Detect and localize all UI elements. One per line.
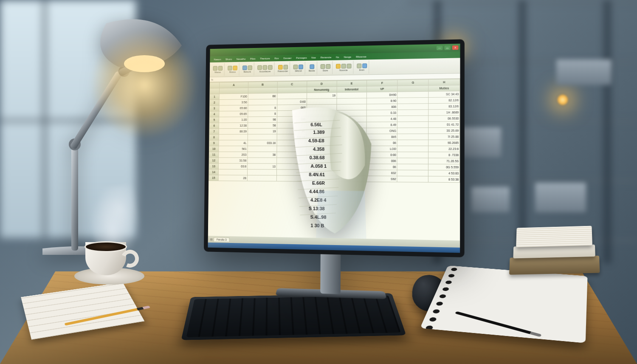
column-header[interactable]: B bbox=[248, 82, 277, 88]
column-header[interactable]: H bbox=[428, 79, 460, 85]
cell[interactable]: 033.16 bbox=[248, 140, 277, 146]
cell[interactable] bbox=[277, 140, 307, 146]
cell[interactable] bbox=[247, 175, 276, 181]
cell[interactable] bbox=[277, 122, 307, 128]
cell[interactable] bbox=[248, 99, 277, 105]
cell[interactable]: 19 bbox=[248, 128, 277, 134]
row-header[interactable]: 12 bbox=[209, 158, 219, 164]
cell[interactable] bbox=[336, 170, 366, 176]
cell[interactable]: 8 bbox=[248, 111, 277, 117]
cell[interactable] bbox=[397, 152, 428, 158]
cell[interactable]: 98 bbox=[248, 116, 277, 122]
cell[interactable] bbox=[337, 92, 367, 99]
menu-item[interactable]: Dosaer bbox=[282, 56, 293, 59]
column-header[interactable] bbox=[210, 82, 220, 88]
cell[interactable] bbox=[397, 91, 428, 98]
menu-item[interactable]: Thentore bbox=[258, 57, 271, 60]
cell[interactable]: 0.33 bbox=[367, 110, 397, 116]
column-header[interactable]: C bbox=[277, 81, 307, 87]
row-header[interactable]: 1 bbox=[210, 94, 220, 100]
cell[interactable]: 06 bbox=[366, 164, 397, 170]
cell[interactable] bbox=[306, 146, 336, 152]
row-header[interactable]: 4 bbox=[209, 111, 219, 117]
cell[interactable]: S92 bbox=[366, 176, 397, 182]
cell[interactable] bbox=[397, 164, 428, 170]
sheet-tab[interactable]: Ferollo 3 bbox=[214, 237, 229, 242]
column-header[interactable]: D bbox=[307, 81, 336, 87]
cell[interactable] bbox=[248, 158, 277, 164]
cell[interactable]: 3S 25.69 bbox=[428, 127, 460, 134]
cell[interactable] bbox=[247, 169, 276, 175]
cell[interactable]: 006 bbox=[366, 158, 397, 164]
minimize-button[interactable]: — bbox=[437, 46, 443, 50]
cell[interactable] bbox=[219, 134, 248, 140]
menu-item[interactable]: Nse bbox=[310, 56, 318, 59]
cell[interactable] bbox=[397, 134, 428, 140]
cell[interactable]: 8:90 bbox=[367, 98, 397, 104]
cell[interactable]: 83.12/6 bbox=[428, 103, 460, 110]
cell[interactable]: 806 bbox=[367, 104, 397, 110]
cell[interactable]: 4.48 bbox=[366, 116, 397, 122]
cell[interactable]: 58 bbox=[248, 122, 277, 128]
maximize-button[interactable]: ▭ bbox=[444, 45, 450, 50]
cell[interactable]: 86:39 bbox=[219, 128, 248, 134]
row-header[interactable]: 10 bbox=[209, 146, 219, 152]
cell[interactable] bbox=[307, 122, 337, 128]
cell[interactable] bbox=[336, 176, 366, 182]
cell[interactable] bbox=[397, 176, 428, 182]
cell[interactable] bbox=[307, 116, 337, 122]
cell[interactable] bbox=[277, 93, 307, 99]
menu-item[interactable]: Nesge bbox=[342, 55, 353, 58]
cell[interactable] bbox=[248, 146, 277, 152]
cell[interactable] bbox=[307, 104, 336, 111]
cell[interactable] bbox=[218, 169, 247, 175]
cell[interactable]: 82.12/6 bbox=[428, 97, 460, 104]
cell[interactable] bbox=[336, 122, 366, 128]
cell[interactable] bbox=[307, 128, 337, 134]
column-header[interactable]: E bbox=[337, 80, 367, 87]
row-header[interactable]: 9 bbox=[209, 140, 219, 146]
cell[interactable] bbox=[306, 140, 336, 146]
menu-item[interactable]: Nasun bbox=[212, 58, 223, 61]
cell[interactable]: 06 bbox=[366, 140, 397, 146]
cell[interactable]: AGO bbox=[276, 158, 306, 164]
cell[interactable] bbox=[397, 104, 428, 110]
cell[interactable]: 832 bbox=[366, 170, 397, 176]
menu-item[interactable]: Pilas bbox=[248, 57, 257, 60]
cell[interactable]: 0:60 bbox=[277, 99, 307, 104]
cell[interactable]: 22.23:8 bbox=[428, 146, 460, 152]
cell[interactable] bbox=[336, 158, 366, 164]
cell[interactable]: 2S3 bbox=[219, 152, 248, 158]
cell[interactable]: 4L bbox=[219, 140, 248, 146]
cell[interactable] bbox=[276, 175, 306, 181]
cell[interactable]: 03:8 bbox=[218, 164, 247, 169]
cell[interactable] bbox=[276, 164, 306, 169]
cell[interactable] bbox=[307, 99, 336, 105]
row-header[interactable]: 8 bbox=[209, 134, 219, 140]
row-header[interactable]: 2 bbox=[210, 100, 220, 106]
cell[interactable] bbox=[397, 116, 428, 122]
cell[interactable]: 28 bbox=[218, 175, 247, 181]
cell[interactable] bbox=[336, 134, 366, 140]
worksheet-grid[interactable]: ABCDEFGHNonummigInferontolVPMuties1F100B… bbox=[208, 79, 460, 240]
cell[interactable] bbox=[277, 146, 307, 152]
cell[interactable] bbox=[336, 110, 366, 116]
cell[interactable] bbox=[306, 158, 336, 164]
cell[interactable] bbox=[306, 164, 336, 169]
cell[interactable] bbox=[336, 164, 367, 170]
cell[interactable] bbox=[336, 116, 366, 122]
cell[interactable] bbox=[306, 152, 336, 158]
menu-item[interactable]: Renancie bbox=[319, 56, 333, 59]
menu-item[interactable]: Persages bbox=[294, 56, 308, 59]
row-header[interactable]: 7 bbox=[209, 129, 219, 135]
cell[interactable]: 8.49 bbox=[366, 122, 397, 128]
cell[interactable]: 8 bbox=[248, 105, 277, 111]
column-header[interactable]: F bbox=[367, 80, 397, 86]
cell[interactable] bbox=[397, 121, 428, 128]
cell[interactable] bbox=[397, 170, 428, 176]
cell[interactable]: 0:00 bbox=[366, 152, 397, 158]
cell[interactable]: 12:38 bbox=[219, 123, 248, 129]
column-header[interactable]: A bbox=[220, 82, 248, 88]
cell[interactable]: 06.5530 bbox=[428, 116, 460, 122]
cell[interactable]: 1:20 bbox=[219, 117, 248, 123]
